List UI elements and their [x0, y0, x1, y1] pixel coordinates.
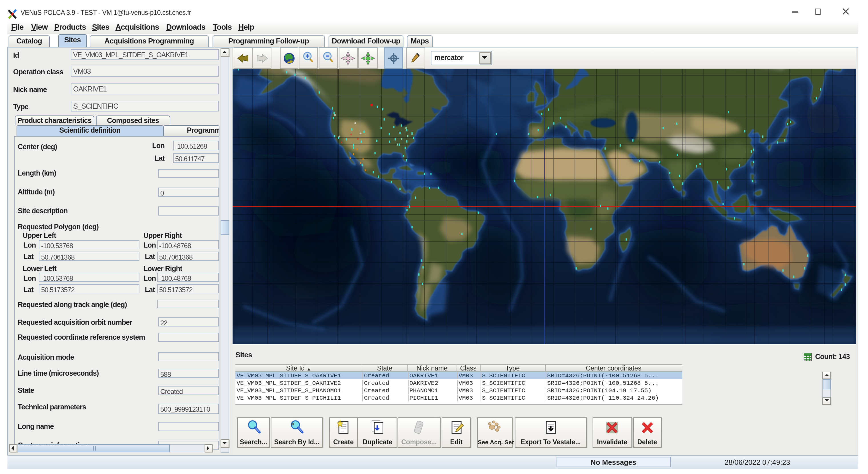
svg-text:id: id: [291, 422, 294, 426]
